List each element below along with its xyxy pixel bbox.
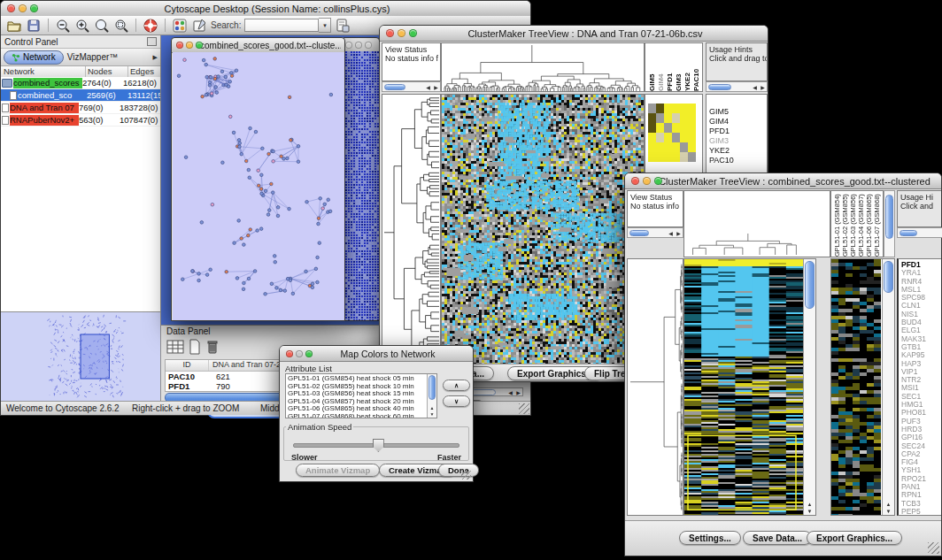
zoom-window-icon[interactable] — [409, 29, 417, 37]
search-dropdown-icon[interactable]: ▼ — [319, 18, 331, 33]
network-row[interactable]: RNAPuberNov2+563(0)107847(0) — [1, 114, 160, 127]
data-col-id[interactable]: ID — [166, 360, 209, 371]
annotation-icon[interactable] — [191, 18, 207, 34]
gene-label[interactable]: GIM5 — [709, 107, 767, 117]
close-icon[interactable] — [176, 42, 183, 49]
treeview-dna-titlebar[interactable]: ClusterMaker TreeView : DNA and Tran 07-… — [380, 26, 768, 42]
dialog-titlebar[interactable]: Map Colors to Network — [280, 346, 473, 362]
ontology-index-icon[interactable] — [335, 18, 351, 34]
settings-button[interactable]: Settings... — [679, 531, 741, 545]
minimize-icon[interactable] — [19, 4, 27, 12]
minimize-icon[interactable] — [355, 42, 362, 49]
dna-hints-scrollbar[interactable]: ◀ ▶ — [706, 81, 768, 92]
scroll-right-icon[interactable]: ▶ — [432, 84, 440, 90]
combined-gene-labels[interactable]: PFD1YRA1RNR4MSL1SPC98CLN1NIS1BUD4ELG1MAK… — [897, 258, 941, 516]
column-label[interactable]: GPL51-06 (GSM865) — [866, 193, 873, 257]
network-tree-list[interactable]: combined_scores2764(0)16218(0)combined_s… — [1, 77, 160, 311]
gene-label[interactable]: PFD1 — [709, 127, 767, 136]
search-input[interactable] — [244, 19, 319, 32]
new-attribute-icon[interactable] — [188, 339, 202, 355]
vizmapper-icon[interactable] — [172, 18, 188, 34]
scroll-right-icon[interactable]: ▶ — [514, 389, 522, 395]
combined-zoom-scrollbar[interactable]: ▲ ▼ — [882, 259, 894, 515]
column-label[interactable]: GIM5 — [648, 45, 656, 91]
column-label[interactable]: GPL51-07 (GSM868) — [874, 193, 881, 257]
scroll-down-icon[interactable]: ▼ — [428, 411, 436, 417]
dna-zoom-matrix[interactable] — [648, 104, 696, 162]
column-label[interactable]: GPL51-04 (GSM857) — [858, 193, 865, 257]
treeview-combined-titlebar[interactable]: ClusterMaker TreeView : combined_scores_… — [625, 173, 941, 189]
open-file-icon[interactable] — [6, 18, 22, 34]
column-label[interactable]: PFD1 — [666, 45, 674, 91]
combined-collabel-scrollbar[interactable] — [884, 190, 895, 257]
main-titlebar[interactable]: Cytoscape Desktop (Session Name: collins… — [1, 1, 530, 17]
help-lifering-icon[interactable] — [143, 18, 158, 34]
minimize-icon[interactable] — [643, 177, 651, 185]
move-down-button[interactable]: ∨ — [443, 395, 470, 407]
zoom-in-icon[interactable] — [74, 18, 90, 34]
scroll-up-icon[interactable]: ▲ — [804, 502, 815, 507]
dna-row-dendrogram[interactable] — [382, 94, 441, 364]
gene-label[interactable]: YKE2 — [709, 146, 767, 156]
attribute-list[interactable]: GPL51-01 (GSM854) heat shock 05 minGPL51… — [285, 373, 437, 418]
combined-heatmap-scrollbar[interactable]: ▲ ▼ — [803, 259, 815, 515]
move-up-button[interactable]: ∧ — [443, 380, 470, 391]
tab-overflow-icon[interactable]: ▶ — [153, 54, 158, 61]
minimize-icon[interactable] — [296, 350, 303, 357]
birdseye-view[interactable] — [1, 311, 160, 401]
zoom-selected-icon[interactable] — [113, 18, 129, 34]
network-name[interactable]: RNAPuberNov2+ — [10, 115, 79, 126]
column-label[interactable]: GIM3 — [675, 45, 683, 91]
network-row[interactable]: combined_scores2764(0)16218(0) — [1, 77, 160, 89]
minimize-icon[interactable] — [398, 29, 405, 37]
done-button[interactable]: Done — [438, 464, 479, 477]
minimize-icon[interactable] — [186, 42, 193, 49]
zoom-window-icon[interactable] — [305, 350, 313, 357]
column-label[interactable]: PAC10 — [692, 45, 700, 91]
zoom-window-icon[interactable] — [654, 177, 662, 185]
zoom-fit-icon[interactable] — [94, 18, 110, 34]
column-label[interactable]: YKE2 — [683, 45, 691, 91]
resize-grip[interactable] — [519, 403, 529, 414]
tab-network[interactable]: Network — [4, 50, 64, 65]
network-name[interactable]: DNA and Tran 07 — [10, 103, 79, 113]
column-label[interactable]: GPL51-03 (GSM856) — [850, 193, 857, 257]
rna-network-canvas[interactable] — [343, 51, 380, 320]
animate-vizmap-button[interactable]: Animate Vizmap — [296, 464, 380, 477]
resize-grip[interactable] — [461, 470, 471, 479]
network-view-canvas[interactable] — [173, 52, 344, 320]
gene-label[interactable]: GIM3 — [709, 136, 767, 146]
scroll-left-icon[interactable]: ◀ — [424, 84, 432, 90]
window-controls[interactable] — [7, 4, 38, 12]
scroll-left-icon[interactable]: ◀ — [751, 84, 759, 90]
close-icon[interactable] — [286, 350, 293, 357]
gene-label[interactable]: PAC10 — [709, 156, 767, 165]
column-label[interactable]: GPL51-02 (GSM855) — [842, 193, 849, 257]
speed-slider-thumb[interactable] — [373, 439, 384, 452]
save-data-button[interactable]: Save Data... — [743, 531, 812, 545]
delete-attribute-icon[interactable] — [205, 339, 220, 355]
scroll-left-icon[interactable]: ◀ — [667, 230, 675, 236]
tab-vizmapper[interactable]: VizMapper™ — [67, 52, 119, 62]
float-panel-icon[interactable] — [147, 37, 157, 46]
attribute-select-icon[interactable] — [166, 339, 184, 355]
zoom-window-icon[interactable] — [365, 42, 372, 49]
data-hscrollbar-right[interactable]: ◀ ▶ — [468, 387, 523, 396]
scroll-right-icon[interactable]: ▶ — [675, 230, 683, 236]
dna-status-scrollbar[interactable]: ◀ ▶ — [382, 81, 441, 92]
network-row[interactable]: combined_sco2569(6)13112(15) — [1, 89, 160, 102]
combined-status-scrollbar[interactable]: ◀ ▶ — [627, 227, 683, 238]
combined-heatmap[interactable]: ▲ ▼ — [683, 258, 816, 516]
close-icon[interactable] — [345, 42, 352, 49]
close-icon[interactable] — [7, 4, 15, 12]
combined-zoom-view[interactable]: ▲ ▼ — [830, 258, 895, 516]
column-label[interactable]: GIM4 — [657, 45, 665, 91]
combined-hints-scrollbar[interactable] — [897, 227, 942, 238]
scroll-down-icon[interactable]: ▼ — [804, 509, 815, 514]
zoom-window-icon[interactable] — [196, 42, 203, 49]
scroll-right-icon[interactable]: ▶ — [759, 84, 767, 90]
close-icon[interactable] — [631, 177, 639, 185]
network-name[interactable]: combined_scores — [13, 78, 82, 88]
network-view-titlebar[interactable]: combined_scores_good.txt--cluste... — [172, 38, 344, 53]
column-label[interactable]: GPL51-01 (GSM854) — [834, 193, 841, 257]
